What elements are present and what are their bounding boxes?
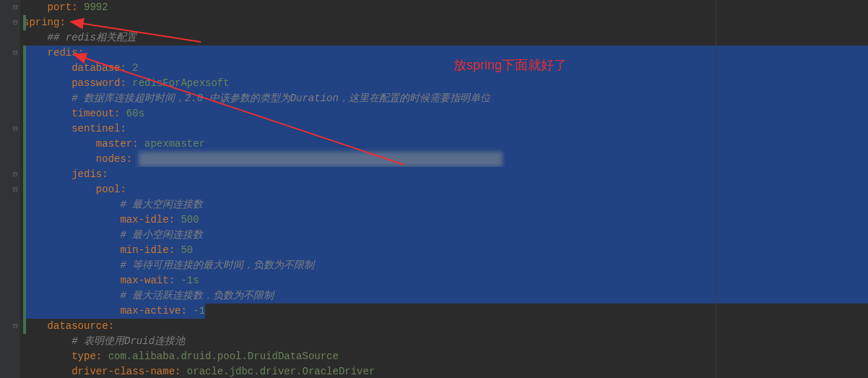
change-marker [23,243,26,258]
code-line[interactable]: database: 2 [23,61,868,76]
change-marker [23,273,26,288]
code-line[interactable]: type: com.alibaba.druid.pool.DruidDataSo… [23,349,868,364]
code-line[interactable]: spring: [23,15,868,30]
code-line[interactable]: # 数据库连接超时时间，2.0 中该参数的类型为Duration，这里在配置的时… [23,91,868,106]
code-area[interactable]: port: 9992spring: ## redis相关配置 redis: da… [20,0,868,378]
code-editor[interactable]: ⊟⊟⊟⊟⊟⊟⊟ port: 9992spring: ## redis相关配置 r… [0,0,868,378]
code-line[interactable]: # 最大活跃连接数，负数为不限制 [23,288,868,304]
right-margin-line [716,0,716,378]
code-line[interactable]: redis: [23,46,868,61]
change-marker [23,91,26,106]
fold-marker[interactable]: ⊟ [13,186,19,193]
change-marker [23,319,26,334]
change-marker [23,61,26,76]
code-line[interactable]: port: 9992 [23,0,868,15]
code-line[interactable]: master: apexmaster [23,137,868,152]
change-marker [23,182,26,197]
change-marker [23,106,26,121]
change-marker [23,197,26,212]
code-line[interactable]: pool: [23,182,868,197]
code-line[interactable]: driver-class-name: oracle.jdbc.driver.Or… [23,364,868,378]
code-line[interactable]: datasource: [23,319,868,334]
change-marker [23,228,26,243]
code-line[interactable]: # 表明使用Druid连接池 [23,334,868,349]
code-line[interactable]: jedis: [23,167,868,182]
code-line[interactable]: nodes: xxxxxxxxxxxxxxxxxxxxxxxxxxxxxxxxx… [23,152,868,167]
change-marker [23,288,26,304]
change-marker [23,304,26,319]
code-line[interactable]: min-idle: 50 [23,243,868,258]
code-line[interactable]: max-active: -1 [23,304,868,319]
annotation-text: 放spring下面就好了 [453,56,567,74]
change-marker [23,258,26,273]
fold-marker[interactable]: ⊟ [13,126,19,132]
change-marker [23,137,26,152]
change-marker [23,15,26,30]
code-line[interactable]: # 最大空闲连接数 [23,197,868,212]
code-line[interactable]: timeout: 60s [23,106,868,121]
change-marker [23,121,26,137]
change-marker [23,212,26,228]
code-line[interactable]: max-wait: -1s [23,273,868,288]
code-line[interactable]: sentinel: [23,121,868,137]
change-marker [23,167,26,182]
fold-marker[interactable]: ⊟ [13,50,19,56]
code-line[interactable]: # 最小空闲连接数 [23,228,868,243]
gutter: ⊟⊟⊟⊟⊟⊟⊟ [0,0,20,378]
fold-marker[interactable]: ⊟ [13,4,19,11]
change-marker [23,152,26,167]
fold-marker[interactable]: ⊟ [13,171,19,178]
change-marker [23,46,26,61]
fold-marker[interactable]: ⊟ [13,323,19,330]
code-line[interactable]: ## redis相关配置 [23,30,868,46]
change-marker [23,76,26,91]
fold-marker[interactable]: ⊟ [13,20,19,26]
code-line[interactable]: password: redisForApexsoft [23,76,868,91]
code-line[interactable]: max-idle: 500 [23,212,868,228]
code-line[interactable]: # 等待可用连接的最大时间，负数为不限制 [23,258,868,273]
